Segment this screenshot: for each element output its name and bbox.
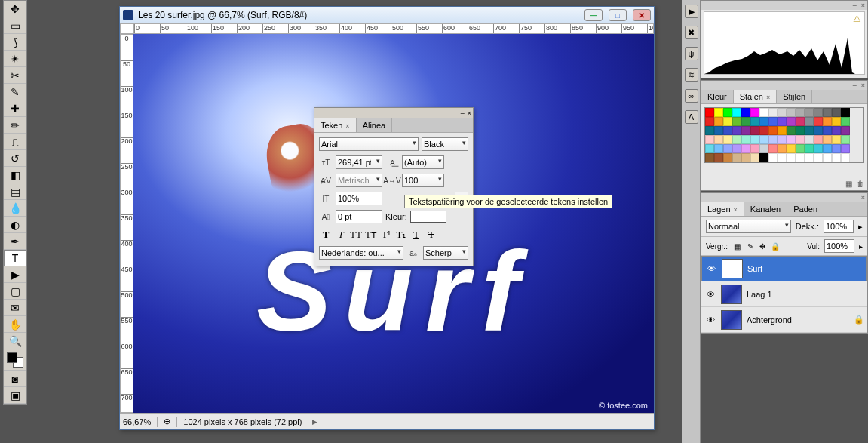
foreground-color[interactable] bbox=[7, 352, 17, 363]
quickmask-toggle[interactable]: ◙ bbox=[4, 371, 26, 387]
tracking-input[interactable] bbox=[402, 174, 444, 187]
window-maximize[interactable]: □ bbox=[609, 9, 627, 21]
swatch[interactable] bbox=[778, 108, 787, 117]
swatch[interactable] bbox=[759, 153, 768, 162]
delete-swatch-icon[interactable]: 🗑 bbox=[857, 180, 864, 188]
swatch[interactable] bbox=[741, 153, 750, 162]
swatch[interactable] bbox=[750, 153, 759, 162]
doc-info-icon[interactable]: ⊕ bbox=[164, 417, 170, 426]
swatch[interactable] bbox=[750, 144, 759, 153]
swatch[interactable] bbox=[705, 126, 714, 135]
swatch[interactable] bbox=[841, 153, 850, 162]
crop-tool[interactable]: ✂ bbox=[4, 67, 26, 84]
document-titlebar[interactable]: Les 20 surfer.jpg @ 66,7% (Surf, RGB/8#)… bbox=[120, 7, 654, 23]
font-size-input[interactable] bbox=[336, 155, 382, 169]
faux-italic-button[interactable]: T bbox=[334, 228, 348, 241]
move-tool[interactable]: ✥ bbox=[4, 1, 26, 17]
layer-thumbnail[interactable]: T bbox=[722, 259, 743, 278]
leading-input[interactable] bbox=[402, 155, 444, 169]
swatch[interactable] bbox=[759, 108, 768, 117]
rail-navigator-icon[interactable]: ▶ bbox=[685, 5, 698, 18]
swatch[interactable] bbox=[723, 126, 732, 135]
tab-stijlen[interactable]: Stijlen bbox=[777, 90, 812, 103]
smallcaps-button[interactable]: Tᴛ bbox=[364, 228, 378, 241]
swatch[interactable] bbox=[796, 144, 805, 153]
swatch[interactable] bbox=[714, 153, 723, 162]
swatch[interactable] bbox=[732, 126, 741, 135]
swatch[interactable] bbox=[705, 153, 714, 162]
swatch[interactable] bbox=[714, 117, 723, 126]
eraser-tool[interactable]: ◧ bbox=[4, 167, 26, 183]
ruler-horizontal[interactable]: 0501001502002503003504004505005506006507… bbox=[133, 23, 654, 34]
tab-kleur[interactable]: Kleur bbox=[701, 90, 734, 103]
swatch[interactable] bbox=[832, 126, 841, 135]
panel-close-icon[interactable]: × bbox=[468, 109, 471, 117]
notes-tool[interactable]: ✉ bbox=[4, 300, 26, 316]
heal-tool[interactable]: ✚ bbox=[4, 100, 26, 117]
swatch[interactable] bbox=[778, 117, 787, 126]
swatch[interactable] bbox=[805, 153, 814, 162]
swatch[interactable] bbox=[750, 108, 759, 117]
layer-row[interactable]: 👁Laag 1 bbox=[701, 281, 867, 307]
swatch[interactable] bbox=[768, 144, 778, 153]
screenmode-toggle[interactable]: ▣ bbox=[4, 387, 26, 404]
layer-row[interactable]: 👁Achtergrond🔒 bbox=[701, 307, 867, 333]
cache-warning-icon[interactable]: ⚠ bbox=[853, 14, 861, 24]
swatch[interactable] bbox=[714, 135, 723, 144]
panel-min-icon[interactable]: – bbox=[853, 82, 857, 89]
swatch[interactable] bbox=[705, 117, 714, 126]
layer-name[interactable]: Laag 1 bbox=[747, 290, 772, 299]
layer-thumbnail[interactable] bbox=[721, 310, 742, 330]
swatch[interactable] bbox=[778, 153, 787, 162]
swatch[interactable] bbox=[841, 117, 850, 126]
panel-close-icon[interactable]: × bbox=[861, 82, 865, 89]
color-swatches[interactable] bbox=[4, 349, 26, 371]
layer-thumbnail[interactable] bbox=[721, 285, 742, 304]
swatch[interactable] bbox=[759, 135, 768, 144]
shape-tool[interactable]: ▢ bbox=[4, 283, 26, 300]
swatch[interactable] bbox=[750, 126, 759, 135]
font-style-select[interactable] bbox=[422, 137, 468, 151]
lock-pixels-icon[interactable]: ✎ bbox=[745, 241, 756, 251]
marquee-tool[interactable]: ▭ bbox=[4, 17, 26, 34]
swatch[interactable] bbox=[805, 108, 814, 117]
swatch[interactable] bbox=[841, 108, 850, 117]
underline-button[interactable]: T bbox=[409, 228, 423, 241]
swatch[interactable] bbox=[732, 135, 741, 144]
fill-slider-icon[interactable]: ▸ bbox=[859, 242, 863, 251]
text-color-swatch[interactable] bbox=[410, 211, 446, 223]
swatch[interactable] bbox=[832, 135, 841, 144]
swatch[interactable] bbox=[723, 117, 732, 126]
swatch[interactable] bbox=[814, 117, 823, 126]
tab-stalen[interactable]: Stalen× bbox=[734, 90, 777, 103]
ruler-origin[interactable] bbox=[120, 23, 133, 34]
swatch[interactable] bbox=[778, 144, 787, 153]
rail-tools-icon[interactable]: ✖ bbox=[685, 26, 698, 39]
swatch[interactable] bbox=[823, 108, 832, 117]
rail-layers-icon[interactable]: ≋ bbox=[685, 68, 698, 82]
blur-tool[interactable]: 💧 bbox=[4, 200, 26, 217]
swatch[interactable] bbox=[841, 144, 850, 153]
swatch[interactable] bbox=[741, 108, 750, 117]
faux-bold-button[interactable]: T bbox=[319, 228, 333, 241]
tab-alinea[interactable]: Alinea bbox=[357, 118, 393, 132]
tab-kanalen[interactable]: Kanalen bbox=[744, 202, 787, 216]
gradient-tool[interactable]: ▤ bbox=[4, 183, 26, 200]
swatch[interactable] bbox=[823, 153, 832, 162]
layer-name[interactable]: Achtergrond bbox=[747, 315, 792, 325]
swatch[interactable] bbox=[796, 153, 805, 162]
swatch[interactable] bbox=[823, 135, 832, 144]
panel-min-icon[interactable]: – bbox=[853, 2, 857, 9]
swatch[interactable] bbox=[714, 126, 723, 135]
swatch[interactable] bbox=[732, 108, 741, 117]
swatch[interactable] bbox=[841, 126, 850, 135]
brush-tool[interactable]: ✏ bbox=[4, 117, 26, 134]
swatch[interactable] bbox=[723, 108, 732, 117]
swatch[interactable] bbox=[805, 135, 814, 144]
zoom-tool[interactable]: 🔍 bbox=[4, 333, 26, 349]
blend-mode-select[interactable] bbox=[706, 220, 791, 233]
swatch[interactable] bbox=[787, 135, 796, 144]
swatch[interactable] bbox=[778, 135, 787, 144]
opacity-input[interactable] bbox=[824, 220, 854, 233]
swatch[interactable] bbox=[814, 144, 823, 153]
